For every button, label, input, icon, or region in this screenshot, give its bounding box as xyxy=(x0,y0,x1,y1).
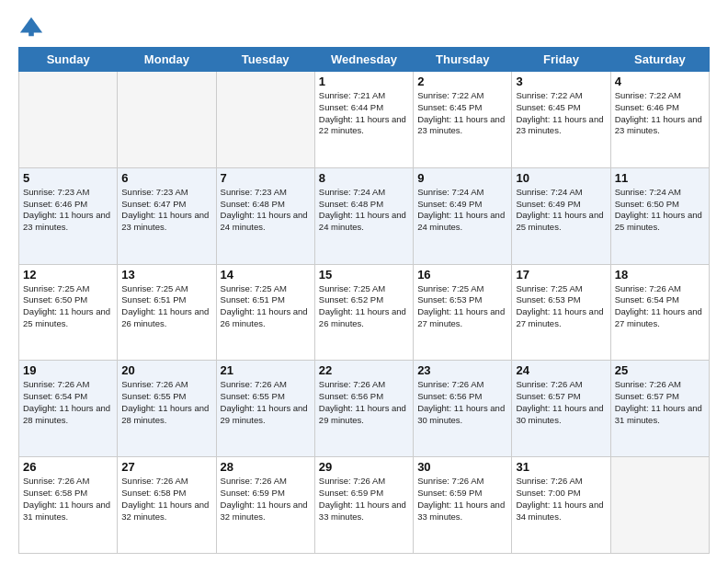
week-row-2: 5Sunrise: 7:23 AMSunset: 6:46 PMDaylight… xyxy=(19,167,710,264)
day-info: Sunrise: 7:26 AMSunset: 6:54 PMDaylight:… xyxy=(23,379,113,426)
week-row-3: 12Sunrise: 7:25 AMSunset: 6:50 PMDayligh… xyxy=(19,264,710,361)
logo-icon xyxy=(18,14,44,40)
day-number: 6 xyxy=(121,171,211,185)
day-info: Sunrise: 7:25 AMSunset: 6:52 PMDaylight:… xyxy=(319,283,409,330)
calendar-cell: 26Sunrise: 7:26 AMSunset: 6:58 PMDayligh… xyxy=(19,457,118,554)
day-number: 20 xyxy=(121,363,211,377)
day-number: 10 xyxy=(516,171,606,185)
day-number: 17 xyxy=(516,268,606,282)
calendar-cell: 19Sunrise: 7:26 AMSunset: 6:54 PMDayligh… xyxy=(19,361,118,457)
day-number: 9 xyxy=(417,171,507,185)
day-number: 25 xyxy=(615,363,705,377)
day-number: 23 xyxy=(417,363,507,377)
weekday-header-tuesday: Tuesday xyxy=(216,48,314,72)
calendar-cell: 20Sunrise: 7:26 AMSunset: 6:55 PMDayligh… xyxy=(118,361,216,457)
week-row-5: 26Sunrise: 7:26 AMSunset: 6:58 PMDayligh… xyxy=(19,457,710,554)
day-number: 13 xyxy=(121,268,211,282)
calendar-cell: 14Sunrise: 7:25 AMSunset: 6:51 PMDayligh… xyxy=(216,264,314,361)
day-number: 19 xyxy=(23,363,113,377)
day-number: 4 xyxy=(615,75,705,88)
day-info: Sunrise: 7:25 AMSunset: 6:51 PMDaylight:… xyxy=(221,283,311,330)
day-info: Sunrise: 7:26 AMSunset: 6:58 PMDaylight:… xyxy=(23,476,113,523)
calendar-cell: 15Sunrise: 7:25 AMSunset: 6:52 PMDayligh… xyxy=(314,264,413,361)
day-number: 7 xyxy=(221,171,311,185)
weekday-header-row: SundayMondayTuesdayWednesdayThursdayFrid… xyxy=(19,48,710,72)
day-info: Sunrise: 7:26 AMSunset: 6:59 PMDaylight:… xyxy=(417,476,507,523)
day-info: Sunrise: 7:26 AMSunset: 6:58 PMDaylight:… xyxy=(121,476,211,523)
day-number: 18 xyxy=(615,268,705,282)
calendar-cell: 29Sunrise: 7:26 AMSunset: 6:59 PMDayligh… xyxy=(314,457,413,554)
day-info: Sunrise: 7:25 AMSunset: 6:50 PMDaylight:… xyxy=(23,283,113,330)
day-info: Sunrise: 7:22 AMSunset: 6:45 PMDaylight:… xyxy=(417,90,507,137)
weekday-header-friday: Friday xyxy=(512,48,610,72)
day-info: Sunrise: 7:26 AMSunset: 6:57 PMDaylight:… xyxy=(516,379,606,426)
day-number: 11 xyxy=(615,171,705,185)
page: SundayMondayTuesdayWednesdayThursdayFrid… xyxy=(0,0,728,563)
logo xyxy=(18,14,48,40)
day-info: Sunrise: 7:26 AMSunset: 6:54 PMDaylight:… xyxy=(615,283,705,330)
day-number: 16 xyxy=(417,268,507,282)
day-number: 26 xyxy=(23,460,113,474)
calendar-cell: 5Sunrise: 7:23 AMSunset: 6:46 PMDaylight… xyxy=(19,167,118,264)
day-info: Sunrise: 7:23 AMSunset: 6:46 PMDaylight:… xyxy=(23,187,113,234)
day-number: 14 xyxy=(221,268,311,282)
calendar-cell: 4Sunrise: 7:22 AMSunset: 6:46 PMDaylight… xyxy=(610,72,709,168)
weekday-header-saturday: Saturday xyxy=(610,48,709,72)
calendar-cell: 31Sunrise: 7:26 AMSunset: 7:00 PMDayligh… xyxy=(512,457,610,554)
day-number: 2 xyxy=(417,75,507,88)
day-number: 8 xyxy=(319,171,409,185)
day-number: 30 xyxy=(417,460,507,474)
day-number: 31 xyxy=(516,460,606,474)
day-number: 21 xyxy=(221,363,311,377)
calendar-cell: 10Sunrise: 7:24 AMSunset: 6:49 PMDayligh… xyxy=(512,167,610,264)
weekday-header-sunday: Sunday xyxy=(19,48,118,72)
calendar-cell xyxy=(610,457,709,554)
calendar-cell xyxy=(19,72,118,168)
calendar-cell: 2Sunrise: 7:22 AMSunset: 6:45 PMDaylight… xyxy=(414,72,512,168)
calendar-cell: 3Sunrise: 7:22 AMSunset: 6:45 PMDaylight… xyxy=(512,72,610,168)
week-row-1: 1Sunrise: 7:21 AMSunset: 6:44 PMDaylight… xyxy=(19,72,710,168)
calendar-cell xyxy=(216,72,314,168)
week-row-4: 19Sunrise: 7:26 AMSunset: 6:54 PMDayligh… xyxy=(19,361,710,457)
day-info: Sunrise: 7:26 AMSunset: 6:55 PMDaylight:… xyxy=(221,379,311,426)
day-info: Sunrise: 7:25 AMSunset: 6:53 PMDaylight:… xyxy=(516,283,606,330)
day-info: Sunrise: 7:26 AMSunset: 7:00 PMDaylight:… xyxy=(516,476,606,523)
day-info: Sunrise: 7:25 AMSunset: 6:53 PMDaylight:… xyxy=(417,283,507,330)
header xyxy=(18,14,710,40)
day-number: 5 xyxy=(23,171,113,185)
day-number: 12 xyxy=(23,268,113,282)
day-info: Sunrise: 7:26 AMSunset: 6:57 PMDaylight:… xyxy=(615,379,705,426)
day-info: Sunrise: 7:26 AMSunset: 6:55 PMDaylight:… xyxy=(121,379,211,426)
day-info: Sunrise: 7:23 AMSunset: 6:48 PMDaylight:… xyxy=(221,187,311,234)
day-info: Sunrise: 7:26 AMSunset: 6:59 PMDaylight:… xyxy=(319,476,409,523)
calendar-cell: 7Sunrise: 7:23 AMSunset: 6:48 PMDaylight… xyxy=(216,167,314,264)
calendar-cell: 27Sunrise: 7:26 AMSunset: 6:58 PMDayligh… xyxy=(118,457,216,554)
day-info: Sunrise: 7:24 AMSunset: 6:50 PMDaylight:… xyxy=(615,187,705,234)
calendar-cell xyxy=(118,72,216,168)
day-info: Sunrise: 7:22 AMSunset: 6:45 PMDaylight:… xyxy=(516,90,606,137)
weekday-header-thursday: Thursday xyxy=(414,48,512,72)
calendar-cell: 25Sunrise: 7:26 AMSunset: 6:57 PMDayligh… xyxy=(610,361,709,457)
svg-rect-1 xyxy=(28,29,34,36)
calendar-cell: 30Sunrise: 7:26 AMSunset: 6:59 PMDayligh… xyxy=(414,457,512,554)
day-info: Sunrise: 7:26 AMSunset: 6:59 PMDaylight:… xyxy=(221,476,311,523)
day-number: 28 xyxy=(221,460,311,474)
calendar-cell: 6Sunrise: 7:23 AMSunset: 6:47 PMDaylight… xyxy=(118,167,216,264)
day-info: Sunrise: 7:22 AMSunset: 6:46 PMDaylight:… xyxy=(615,90,705,137)
weekday-header-wednesday: Wednesday xyxy=(314,48,413,72)
calendar-cell: 1Sunrise: 7:21 AMSunset: 6:44 PMDaylight… xyxy=(314,72,413,168)
day-info: Sunrise: 7:24 AMSunset: 6:49 PMDaylight:… xyxy=(417,187,507,234)
calendar-cell: 18Sunrise: 7:26 AMSunset: 6:54 PMDayligh… xyxy=(610,264,709,361)
day-info: Sunrise: 7:24 AMSunset: 6:48 PMDaylight:… xyxy=(319,187,409,234)
day-number: 15 xyxy=(319,268,409,282)
calendar-cell: 24Sunrise: 7:26 AMSunset: 6:57 PMDayligh… xyxy=(512,361,610,457)
calendar-cell: 13Sunrise: 7:25 AMSunset: 6:51 PMDayligh… xyxy=(118,264,216,361)
day-number: 24 xyxy=(516,363,606,377)
calendar-cell: 16Sunrise: 7:25 AMSunset: 6:53 PMDayligh… xyxy=(414,264,512,361)
day-info: Sunrise: 7:26 AMSunset: 6:56 PMDaylight:… xyxy=(319,379,409,426)
calendar-cell: 9Sunrise: 7:24 AMSunset: 6:49 PMDaylight… xyxy=(414,167,512,264)
day-info: Sunrise: 7:26 AMSunset: 6:56 PMDaylight:… xyxy=(417,379,507,426)
day-number: 22 xyxy=(319,363,409,377)
calendar-cell: 21Sunrise: 7:26 AMSunset: 6:55 PMDayligh… xyxy=(216,361,314,457)
day-number: 29 xyxy=(319,460,409,474)
